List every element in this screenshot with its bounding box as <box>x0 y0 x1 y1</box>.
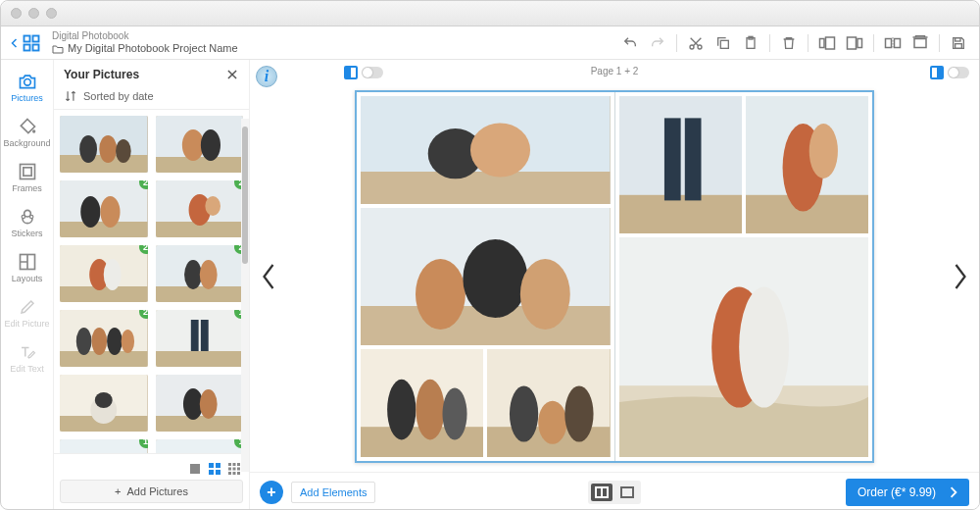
left-toolstrip: Pictures Background Frames Stickers Layo… <box>1 60 54 510</box>
toggle-pill-icon <box>948 67 969 78</box>
plus-circle-icon: + <box>260 481 283 504</box>
page-mode-switch <box>588 481 641 504</box>
paint-bucket-icon <box>18 117 37 136</box>
double-page-icon <box>595 486 609 498</box>
thumbnail[interactable]: 2 <box>60 310 148 367</box>
traffic-light-close[interactable] <box>11 8 22 19</box>
svg-point-54 <box>91 328 107 355</box>
cut-button[interactable] <box>683 31 709 55</box>
thumbnail[interactable]: 2 <box>60 180 148 237</box>
tool-edit-text: Edit Text <box>4 336 51 380</box>
add-elements-button[interactable]: + Add Elements <box>260 481 375 504</box>
thumbnail[interactable]: 1 <box>60 439 148 453</box>
save-button[interactable] <box>946 31 971 55</box>
svg-point-99 <box>416 379 444 439</box>
pictures-panel: Your Pictures Sorted by date 22222111 + … <box>54 60 250 510</box>
window-titlebar <box>1 1 979 26</box>
photo-slot[interactable] <box>487 349 610 457</box>
svg-point-46 <box>104 259 122 290</box>
project-category: Digital Photobook <box>52 30 238 42</box>
sort-control[interactable]: Sorted by date <box>54 85 249 110</box>
view-small-icon[interactable] <box>227 462 241 476</box>
thumbnail[interactable] <box>156 116 244 173</box>
svg-point-56 <box>122 330 134 353</box>
svg-rect-48 <box>156 286 244 302</box>
photo-slot[interactable] <box>746 96 868 233</box>
svg-rect-9 <box>826 37 835 49</box>
sticker-icon <box>18 207 37 227</box>
paste-button[interactable] <box>738 31 763 55</box>
photo-slot[interactable] <box>619 96 742 233</box>
thumbnail[interactable] <box>60 116 148 173</box>
svg-point-23 <box>22 215 24 218</box>
svg-point-105 <box>565 385 594 441</box>
view-large-icon[interactable] <box>188 462 202 476</box>
svg-rect-21 <box>23 168 30 176</box>
back-to-overview-button[interactable] <box>9 34 40 52</box>
photo-slot[interactable] <box>619 237 869 457</box>
add-pictures-button[interactable]: + Add Pictures <box>60 480 243 503</box>
thumbnail[interactable]: 2 <box>156 245 244 302</box>
prev-page-button[interactable] <box>252 254 285 299</box>
svg-rect-2 <box>24 44 30 50</box>
tool-layouts[interactable]: Layouts <box>4 246 51 289</box>
photo-slot[interactable] <box>361 208 611 345</box>
next-page-button[interactable] <box>944 254 977 299</box>
svg-rect-77 <box>216 470 220 475</box>
panel-scrollbar[interactable] <box>241 119 249 472</box>
undo-button[interactable] <box>617 31 643 55</box>
redo-button[interactable] <box>645 31 670 55</box>
svg-point-103 <box>510 385 538 441</box>
tool-pictures[interactable]: Pictures <box>4 66 51 109</box>
svg-rect-3 <box>33 44 39 50</box>
tool-stickers[interactable]: Stickers <box>4 201 51 244</box>
svg-point-104 <box>538 400 566 443</box>
svg-point-94 <box>463 239 527 318</box>
tool-frames[interactable]: Frames <box>4 156 51 199</box>
page-indicator: Page 1 + 2 <box>591 66 639 76</box>
photo-slot[interactable] <box>361 349 483 457</box>
svg-rect-83 <box>237 468 240 471</box>
tool-background[interactable]: Background <box>4 111 51 154</box>
panel-close-button[interactable] <box>225 68 239 81</box>
thumbnail[interactable]: 1 <box>156 439 244 453</box>
svg-rect-71 <box>156 439 244 453</box>
insert-spread-button[interactable] <box>880 31 906 55</box>
add-page-left-button[interactable] <box>814 31 840 55</box>
top-toolbar: Digital Photobook My Digital Photobook P… <box>1 26 979 60</box>
traffic-light-max[interactable] <box>46 8 57 19</box>
copy-button[interactable] <box>710 31 736 55</box>
add-page-right-button[interactable] <box>842 31 867 55</box>
delete-button[interactable] <box>776 31 802 55</box>
tool-label: Layouts <box>12 274 43 283</box>
photo-slot[interactable] <box>361 96 611 204</box>
order-label: Order (€* 9.99) <box>858 485 936 499</box>
thumbnail[interactable] <box>60 375 148 432</box>
svg-rect-13 <box>886 38 892 47</box>
thumbnail[interactable] <box>156 375 244 432</box>
tool-label: Edit Text <box>10 364 43 374</box>
left-page[interactable] <box>357 92 614 461</box>
svg-point-28 <box>79 135 97 163</box>
traffic-light-min[interactable] <box>28 8 39 19</box>
thumbnail[interactable]: 1 <box>156 310 244 367</box>
svg-rect-14 <box>895 38 901 47</box>
order-button[interactable]: Order (€* 9.99) <box>846 479 969 506</box>
folder-icon <box>52 44 64 54</box>
pencil-icon <box>18 297 37 317</box>
thumbnail[interactable]: 2 <box>60 245 148 302</box>
single-mode-button[interactable] <box>616 484 638 501</box>
grid-icon <box>23 34 40 52</box>
page-spread[interactable] <box>355 90 874 463</box>
svg-rect-15 <box>914 38 926 47</box>
close-icon <box>225 68 239 81</box>
left-page-view-toggle[interactable] <box>344 66 383 79</box>
delete-spread-button[interactable] <box>907 31 933 55</box>
right-page[interactable] <box>614 92 873 461</box>
right-page-view-toggle[interactable] <box>930 66 969 79</box>
thumbnail[interactable]: 2 <box>156 180 244 237</box>
svg-rect-75 <box>216 463 220 468</box>
add-pictures-label: Add Pictures <box>127 485 188 497</box>
spread-mode-button[interactable] <box>591 484 612 501</box>
view-medium-icon[interactable] <box>208 462 221 476</box>
